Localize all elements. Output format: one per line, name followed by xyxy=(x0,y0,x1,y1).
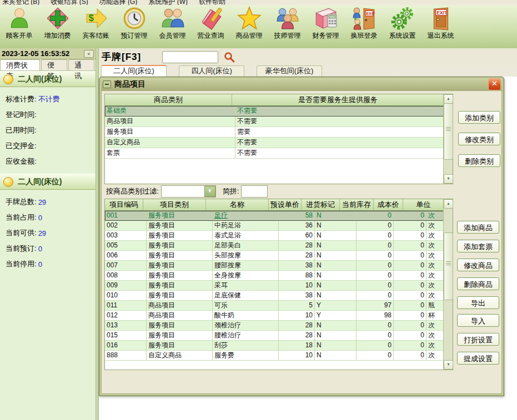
table-row[interactable]: 012商品项目酸牛奶10Y980杯 xyxy=(105,311,444,321)
table-cell: 服务项目 xyxy=(147,291,213,300)
table-row[interactable]: 016服务项目刮莎18N00次 xyxy=(105,341,444,351)
sidebar-collapse-button[interactable]: « xyxy=(84,50,94,58)
table-row[interactable]: 011商品项目可乐5Y970瓶 xyxy=(105,301,444,311)
table-cell: 杯 xyxy=(426,311,444,320)
filter-label: 按商品类别过滤: xyxy=(106,186,159,196)
scroll-down-icon[interactable]: ▼ xyxy=(444,360,453,370)
table-cell: 016 xyxy=(105,341,147,350)
table-row[interactable]: 套票不需要 xyxy=(105,148,444,159)
toolbar-button-label: 宾客结账 xyxy=(83,31,109,41)
magnifier-icon[interactable] xyxy=(224,52,235,63)
jianpin-input[interactable] xyxy=(241,185,268,198)
toolbar-button-exit-system[interactable]: EXIT 退出系统 xyxy=(421,5,460,47)
table-row[interactable]: 自定义商品不需要 xyxy=(105,138,444,148)
sidebar-sections: 二人间(床位)标准计费:不计费登记时间:已用时间:已交押金:应收金额:二人间(床… xyxy=(0,71,96,274)
shift-login-icon: EXIT xyxy=(352,6,377,31)
table-row[interactable]: 002服务项目中药足浴36N00次 xyxy=(105,221,444,231)
table-row[interactable]: 010服务项目足底保健38N00次 xyxy=(105,291,444,301)
scroll-up-icon[interactable]: ▲ xyxy=(444,199,453,209)
sidebar-tab-3[interactable]: 通讯 xyxy=(68,59,94,70)
dialog-titlebar[interactable]: 商品项目 ✕ xyxy=(101,78,502,90)
menu-item[interactable]: 来宾登记 (B) xyxy=(2,0,39,5)
toolbar-button-member[interactable]: 会员管理 xyxy=(153,5,192,47)
table-cell: 0 xyxy=(394,271,426,280)
table-cell: 次 xyxy=(426,341,444,350)
table-cell: N xyxy=(315,351,357,360)
table-row[interactable]: 888自定义商品服务费10N00次 xyxy=(105,351,444,361)
close-icon[interactable]: ✕ xyxy=(488,78,501,90)
sidebar-field: 已交押金: xyxy=(6,138,96,154)
table-row[interactable]: 006服务项目头部按摩28N00次 xyxy=(105,251,444,261)
toolbar-button-reservation[interactable]: 预订管理 xyxy=(115,5,153,47)
toolbar-button-business-query[interactable]: 营业查询 xyxy=(192,5,230,47)
table-cell: 腰部按摩 xyxy=(213,261,279,270)
menu-item[interactable]: 软件帮助 xyxy=(199,0,225,5)
table-cell: N xyxy=(315,251,357,260)
toolbar-button-technician[interactable]: 技师管理 xyxy=(268,5,307,47)
item-button-2[interactable]: 添加套票 xyxy=(457,240,499,252)
category-filter-combobox[interactable]: ▼ xyxy=(161,185,216,198)
menu-item[interactable]: 系统维护 (W) xyxy=(148,0,188,5)
table-cell: 0 xyxy=(394,251,426,260)
toolbar-button-shift-login[interactable]: EXIT 换班登录 xyxy=(345,5,383,47)
toolbar-button-system-settings[interactable]: 系统设置 xyxy=(383,5,421,47)
category-button-3[interactable]: 删除类别 xyxy=(458,154,500,167)
table-row[interactable]: 001服务项目足疗58N00次 xyxy=(105,211,444,221)
room-tab-1[interactable]: 二人间(床位) xyxy=(101,65,167,77)
table-cell: 38 xyxy=(279,291,315,300)
business-query-icon xyxy=(199,6,223,31)
menu-item[interactable]: 功能选择 (G) xyxy=(99,0,138,5)
table-row[interactable]: 商品项目不需要 xyxy=(105,117,444,127)
field-label: 当前占用: xyxy=(6,212,37,222)
toolbar-button-customer-open-bill[interactable]: 顾客开单 xyxy=(0,5,38,47)
table-row[interactable]: 005服务项目足部美白28N00次 xyxy=(105,241,444,251)
table-cell: 003 xyxy=(105,231,147,240)
scroll-up-icon[interactable]: ▲ xyxy=(444,94,453,104)
item-button-1[interactable]: 添加商品 xyxy=(457,221,499,234)
field-value: 0 xyxy=(38,214,42,222)
scrollbar-thumb[interactable] xyxy=(444,103,453,160)
table-cell: 次 xyxy=(426,351,444,360)
table-row[interactable]: 003服务项目泰式足浴60N00次 xyxy=(105,231,444,241)
table-cell: 0 xyxy=(394,301,426,310)
chevron-down-icon[interactable]: ▼ xyxy=(204,186,215,197)
scroll-down-icon[interactable]: ▼ xyxy=(444,174,453,184)
table-cell: 0 xyxy=(357,271,394,280)
item-button-6[interactable]: 导入 xyxy=(457,314,499,327)
table-row[interactable]: 013服务项目颈椎治疗28N00次 xyxy=(105,321,444,331)
handbrand-search-input[interactable] xyxy=(162,51,218,63)
scrollbar-thumb[interactable] xyxy=(444,232,453,300)
category-button-2[interactable]: 修改类别 xyxy=(458,133,500,145)
table-row[interactable]: 015服务项目腰椎治疗28N00次 xyxy=(105,331,444,341)
sidebar-tab-1[interactable]: 消费状态 xyxy=(0,59,40,70)
table-row[interactable]: 009服务项目采耳10N00次 xyxy=(105,281,444,291)
toolbar-button-add-consumption[interactable]: 增加消费 xyxy=(38,5,77,47)
room-tab-3[interactable]: 豪华包间(床位) xyxy=(257,65,322,77)
toolbar-button-finance[interactable]: 财务管理 xyxy=(307,5,345,47)
toolbar-button-label: 会员管理 xyxy=(159,31,186,41)
table-cell: 次 xyxy=(426,221,444,230)
sidebar-field: 已用时间: xyxy=(6,123,96,138)
toolbar-button-product[interactable]: 商品管理 xyxy=(230,5,268,47)
category-button-1[interactable]: 添加类别 xyxy=(458,111,500,124)
table-cell: 38 xyxy=(279,261,315,270)
table-row[interactable]: 007服务项目腰部按摩38N00次 xyxy=(105,261,444,271)
item-button-5[interactable]: 导出 xyxy=(457,296,499,309)
column-header: 成本价 xyxy=(374,199,403,210)
toolbar-button-guest-checkout[interactable]: $ 宾客结账 xyxy=(77,5,115,47)
table-row[interactable]: 008服务项目全身按摩88N00次 xyxy=(105,271,444,281)
room-tab-2[interactable]: 四人间(床位) xyxy=(179,65,244,77)
table-row[interactable]: 基础类不需要 xyxy=(105,106,444,117)
sidebar-tab-2[interactable]: 便签 xyxy=(41,59,67,70)
room-tabs: 二人间(床位)四人间(床位)豪华包间(床位) xyxy=(99,65,517,77)
menu-item[interactable]: 收银结算 (S) xyxy=(51,0,88,5)
table-cell: 服务项目 xyxy=(147,341,213,350)
item-button-8[interactable]: 提成设置 xyxy=(457,352,499,365)
item-button-7[interactable]: 打折设置 xyxy=(457,333,499,346)
table-cell: 商品项目 xyxy=(147,301,213,310)
table-cell: 006 xyxy=(105,251,147,260)
item-button-4[interactable]: 删除商品 xyxy=(457,277,499,290)
field-label: 应收金额: xyxy=(6,156,37,166)
item-button-3[interactable]: 修改商品 xyxy=(457,259,499,271)
table-row[interactable]: 服务项目需要 xyxy=(105,127,444,138)
